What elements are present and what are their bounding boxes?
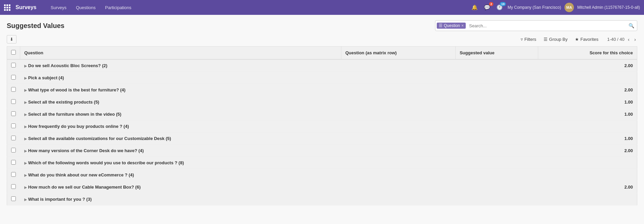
row-expand-icon[interactable]: ▶: [24, 101, 27, 104]
row-expand-icon[interactable]: ▶: [24, 137, 27, 141]
row-expand-icon[interactable]: ▶: [24, 186, 27, 189]
table-row[interactable]: ▶Do we sell Acoustic Bloc Screens? (2)2.…: [7, 59, 637, 72]
row-matrix: [341, 145, 455, 157]
row-score: 2.00: [538, 145, 637, 157]
table-row[interactable]: ▶Select all the furniture shown in the v…: [7, 108, 637, 120]
nav-links: Surveys Questions Participations: [46, 2, 136, 13]
header-right: ☰ Question × 🔍: [435, 20, 637, 31]
table-row[interactable]: ▶What type of wood is the best for furni…: [7, 84, 637, 96]
page-title: Suggested Values: [7, 22, 64, 30]
table-row[interactable]: ▶Pick a subject (4): [7, 72, 637, 84]
row-expand-icon[interactable]: ▶: [24, 198, 27, 201]
filters-button[interactable]: ▿ Filters: [518, 35, 539, 43]
row-checkbox[interactable]: [11, 111, 16, 116]
row-checkbox-cell: [7, 96, 20, 108]
row-matrix: [341, 193, 455, 205]
messages-icon[interactable]: 💬 2: [483, 3, 492, 12]
row-expand-icon[interactable]: ▶: [24, 173, 27, 177]
search-tag-close-icon[interactable]: ×: [461, 23, 464, 28]
table-row[interactable]: ▶What do you think about our new eCommer…: [7, 169, 637, 181]
table-row[interactable]: ▶Which of the following words would you …: [7, 157, 637, 169]
row-score: [538, 120, 637, 133]
pager-prev-button[interactable]: ‹: [626, 36, 631, 43]
table-row[interactable]: ▶How many versions of the Corner Desk do…: [7, 145, 637, 157]
row-question: ▶Pick a subject (4): [20, 72, 341, 84]
data-table: Question Question (as matrix row) Sugges…: [7, 46, 637, 205]
row-matrix: [341, 96, 455, 108]
row-question: ▶How much do we sell our Cable Managemen…: [20, 181, 341, 193]
row-question: ▶What do you think about our new eCommer…: [20, 169, 341, 181]
row-checkbox[interactable]: [11, 75, 16, 80]
row-checkbox[interactable]: [11, 99, 16, 104]
row-checkbox[interactable]: [11, 148, 16, 152]
table-row[interactable]: ▶How much do we sell our Cable Managemen…: [7, 181, 637, 193]
row-matrix: [341, 108, 455, 120]
row-checkbox-cell: [7, 157, 20, 169]
row-question: ▶Select all the existing products (5): [20, 96, 341, 108]
row-suggested-value: [455, 145, 538, 157]
row-expand-icon[interactable]: ▶: [24, 113, 27, 116]
table-row[interactable]: ▶What is important for you ? (3): [7, 193, 637, 205]
groupby-icon: ☰: [544, 37, 548, 42]
row-expand-icon[interactable]: ▶: [24, 149, 27, 153]
row-score: 2.00: [538, 59, 637, 72]
row-expand-icon[interactable]: ▶: [24, 125, 27, 129]
user-avatar[interactable]: MA: [564, 3, 574, 12]
search-tag-label: Question: [444, 23, 460, 28]
col-question: Question: [20, 47, 341, 60]
nav-link-surveys[interactable]: Surveys: [46, 2, 71, 13]
row-checkbox[interactable]: [11, 172, 16, 177]
table-row[interactable]: ▶Select all the available customizations…: [7, 133, 637, 145]
row-checkbox[interactable]: [11, 136, 16, 140]
search-input[interactable]: [467, 22, 626, 30]
pager-next-button[interactable]: ›: [633, 36, 637, 43]
row-expand-icon[interactable]: ▶: [24, 88, 27, 92]
row-question: ▶Select all the available customizations…: [20, 133, 341, 145]
row-suggested-value: [455, 59, 538, 72]
select-all-checkbox[interactable]: [11, 50, 16, 55]
download-button[interactable]: ⬇: [7, 35, 17, 44]
row-checkbox-cell: [7, 193, 20, 205]
row-checkbox[interactable]: [11, 196, 16, 201]
activities-icon[interactable]: 🕐 19: [495, 3, 504, 12]
row-checkbox[interactable]: [11, 87, 16, 92]
row-checkbox[interactable]: [11, 160, 16, 165]
row-matrix: [341, 84, 455, 96]
groupby-button[interactable]: ☰ Group By: [541, 35, 570, 43]
row-matrix: [341, 133, 455, 145]
row-score: 1.00: [538, 133, 637, 145]
row-checkbox[interactable]: [11, 184, 16, 189]
search-button[interactable]: 🔍: [626, 22, 637, 30]
row-matrix: [341, 181, 455, 193]
table-row[interactable]: ▶Select all the existing products (5)1.0…: [7, 96, 637, 108]
favorites-button[interactable]: ★ Favorites: [572, 35, 601, 43]
nav-link-participations[interactable]: Participations: [100, 2, 136, 13]
row-suggested-value: [455, 193, 538, 205]
search-bar: ☰ Question × 🔍: [435, 20, 637, 31]
row-score: 1.00: [538, 108, 637, 120]
row-checkbox[interactable]: [11, 123, 16, 128]
row-question: ▶Do we sell Acoustic Bloc Screens? (2): [20, 59, 341, 72]
col-score: Score for this choice: [538, 47, 637, 60]
row-checkbox-cell: [7, 145, 20, 157]
nav-right: 🔔 💬 2 🕐 19 My Company (San Francisco) MA…: [470, 3, 640, 12]
toolbar-right: ▿ Filters ☰ Group By ★ Favorites 1-40 / …: [518, 35, 637, 43]
messages-badge: 2: [489, 2, 493, 6]
notification-bell-icon[interactable]: 🔔: [470, 3, 479, 12]
select-all-header: [7, 47, 20, 60]
table-row[interactable]: ▶How frequently do you buy products onli…: [7, 120, 637, 133]
row-expand-icon[interactable]: ▶: [24, 64, 27, 68]
app-switcher-icon[interactable]: [4, 4, 10, 11]
row-checkbox-cell: [7, 59, 20, 72]
row-suggested-value: [455, 120, 538, 133]
activities-badge: 19: [500, 2, 506, 6]
row-score: [538, 72, 637, 84]
row-expand-icon[interactable]: ▶: [24, 76, 27, 80]
col-matrix-row: Question (as matrix row): [341, 47, 455, 60]
row-checkbox[interactable]: [11, 63, 16, 67]
nav-link-questions[interactable]: Questions: [71, 2, 100, 13]
row-expand-icon[interactable]: ▶: [24, 161, 27, 165]
row-checkbox-cell: [7, 72, 20, 84]
search-tag-question: ☰ Question ×: [437, 23, 466, 29]
row-score: [538, 157, 637, 169]
